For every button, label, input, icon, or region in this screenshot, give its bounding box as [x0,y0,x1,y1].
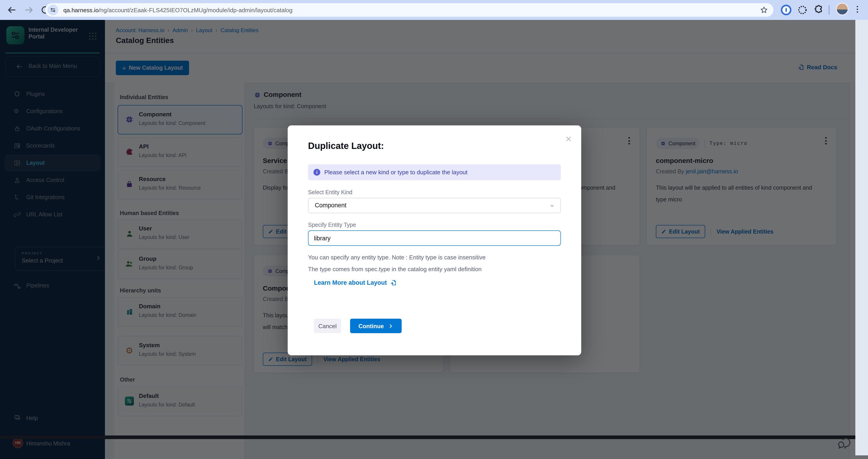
loading-extension-icon[interactable] [797,4,808,16]
url-bar[interactable]: qa.harness.io/ng/account/zEaak-FLS425IEO… [45,3,773,17]
help-text-1: You can specify any entity type. Note : … [308,254,486,261]
chrome-divider [829,5,830,15]
close-icon[interactable] [565,135,572,143]
info-banner: i Please select a new kind or type to du… [308,164,561,180]
chevron-down-icon [549,203,555,209]
learn-more-link[interactable]: Learn More about Layout [314,279,397,286]
cancel-button[interactable]: Cancel [314,319,341,333]
browser-back-icon[interactable] [6,4,17,16]
page: qa.harness.io/ng/account/zEaak-FLS425IEO… [0,0,868,459]
browser-profile-avatar[interactable] [836,3,848,16]
onepassword-extension-icon[interactable] [781,4,792,16]
entity-type-input[interactable] [308,230,561,246]
site-settings-icon[interactable] [48,4,58,16]
browser-menu-icon[interactable] [857,4,858,14]
continue-button[interactable]: Continue [350,319,402,333]
doc-external-icon [390,279,397,286]
entity-kind-label: Select Entity Kind [308,189,352,196]
browser-forward-icon[interactable] [24,4,34,16]
modal-title: Duplicate Layout: [308,141,384,151]
duplicate-layout-modal: Duplicate Layout: i Please select a new … [288,125,581,355]
help-text-2: The type comes from spec.type in the cat… [308,266,482,272]
bookmark-star-icon[interactable] [760,6,768,14]
extensions-puzzle-icon[interactable] [813,4,824,16]
chevron-right-icon [388,323,393,329]
browser-chrome: qa.harness.io/ng/account/zEaak-FLS425IEO… [0,0,868,20]
info-icon: i [313,169,320,176]
page-scrollbar[interactable] [855,20,868,455]
entity-type-label: Specify Entity Type [308,222,356,228]
url-text: qa.harness.io/ng/account/zEaak-FLS425IEO… [63,7,292,13]
entity-kind-select[interactable]: Component [308,198,561,213]
